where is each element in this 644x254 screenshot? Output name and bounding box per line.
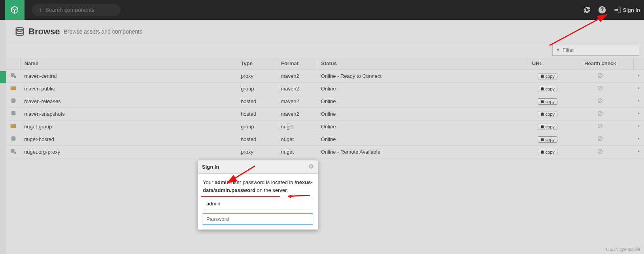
signin-button[interactable]: Sign in <box>614 6 640 14</box>
svg-point-19 <box>11 149 14 150</box>
repo-status-cell: Online <box>317 95 528 108</box>
clipboard-icon <box>540 100 544 103</box>
logo[interactable] <box>5 0 25 20</box>
repo-url-cell: copy <box>528 108 567 120</box>
chevron-right-icon <box>637 98 640 103</box>
repo-format-cell: maven2 <box>277 108 317 120</box>
repo-type-icon <box>10 85 17 91</box>
modal-close-button[interactable] <box>308 164 314 170</box>
repo-type-cell: proxy <box>237 146 277 158</box>
copy-url-button[interactable]: copy <box>538 73 557 79</box>
help-icon[interactable] <box>598 6 606 14</box>
signin-icon <box>614 6 621 14</box>
health-disabled-icon <box>597 150 603 156</box>
svg-point-0 <box>11 73 14 74</box>
row-expand-cell[interactable] <box>633 108 644 120</box>
table-row[interactable]: maven-centralproxymaven2Online - Ready t… <box>6 70 644 83</box>
col-format-header[interactable]: Format <box>277 57 317 70</box>
username-field[interactable] <box>203 198 313 209</box>
side-accent <box>0 20 6 254</box>
row-expand-cell[interactable] <box>633 95 644 108</box>
col-status-header[interactable]: Status <box>317 57 528 70</box>
repo-format-cell: nuget <box>277 120 317 133</box>
svg-point-16 <box>11 136 16 138</box>
svg-line-9 <box>599 99 602 102</box>
repo-url-cell: copy <box>528 133 567 146</box>
clipboard-icon <box>540 87 544 91</box>
filter-box[interactable] <box>552 45 639 56</box>
chevron-right-icon <box>637 73 640 78</box>
copy-url-button[interactable]: copy <box>538 111 557 117</box>
clipboard-icon <box>540 125 544 129</box>
repo-url-cell: copy <box>528 83 567 95</box>
row-expand-cell[interactable] <box>633 146 644 158</box>
close-icon <box>308 164 314 169</box>
chevron-right-icon <box>637 86 640 90</box>
password-field[interactable] <box>203 213 313 225</box>
repo-name-cell: maven-snapshots <box>20 108 237 120</box>
page-subtitle: Browse assets and components <box>64 28 142 35</box>
col-health-header[interactable]: Health check <box>567 57 634 70</box>
svg-line-3 <box>599 74 602 77</box>
repo-health-cell <box>567 146 634 158</box>
refresh-icon[interactable] <box>583 6 591 14</box>
repo-url-cell: copy <box>528 95 567 108</box>
repo-name-cell: nuget-hosted <box>20 133 237 146</box>
copy-url-button[interactable]: copy <box>538 86 557 92</box>
repo-health-cell <box>567 83 634 95</box>
filter-input[interactable] <box>563 47 636 53</box>
copy-url-button[interactable]: copy <box>538 124 557 130</box>
table-row[interactable]: maven-snapshotshostedmaven2Onlinecopy <box>6 108 644 120</box>
col-expand-header <box>633 57 644 70</box>
search-input[interactable] <box>45 7 115 13</box>
col-url-header[interactable]: URL <box>528 57 567 70</box>
repo-name-cell: maven-releases <box>20 95 237 108</box>
copy-url-button[interactable]: copy <box>538 136 557 143</box>
row-expand-cell[interactable] <box>633 120 644 133</box>
repo-health-cell <box>567 70 634 83</box>
repo-url-cell: copy <box>528 146 567 158</box>
signin-modal: Sign In Your admin user password is loca… <box>198 160 318 230</box>
table-row[interactable]: nuget-hostedhostednugetOnlinecopy <box>6 133 644 146</box>
copy-url-button[interactable]: copy <box>538 98 557 105</box>
repo-type-icon <box>10 135 17 142</box>
repo-format-cell: nuget <box>277 133 317 146</box>
repo-health-cell <box>567 120 634 133</box>
repo-type-icon <box>10 72 17 79</box>
repo-health-cell <box>567 108 634 120</box>
repo-type-cell: hosted <box>237 133 277 146</box>
search-icon <box>37 7 42 13</box>
repo-type-icon <box>10 110 17 117</box>
table-row[interactable]: maven-publicgroupmaven2Onlinecopy <box>6 83 644 95</box>
table-row[interactable]: nuget-groupgroupnugetOnlinecopy <box>6 120 644 133</box>
repo-health-cell <box>567 95 634 108</box>
svg-point-7 <box>11 98 16 100</box>
health-disabled-icon <box>597 124 603 130</box>
repo-icon-cell <box>6 95 20 108</box>
repo-status-cell: Online <box>317 108 528 120</box>
search-box[interactable] <box>32 4 121 16</box>
cube-icon <box>10 5 19 15</box>
copy-url-button[interactable]: copy <box>538 149 557 155</box>
repo-status-cell: Online - Remote Available <box>317 146 528 158</box>
table-row[interactable]: nuget.org-proxyproxynugetOnline - Remote… <box>6 146 644 158</box>
table-row[interactable]: maven-releaseshostedmaven2Onlinecopy <box>6 95 644 108</box>
col-type-header[interactable]: Type <box>237 57 277 70</box>
repo-status-cell: Online <box>317 133 528 146</box>
repo-status-cell: Online - Ready to Connect <box>317 70 528 83</box>
repos-table: Name↑ Type Format Status URL Health chec… <box>6 57 644 158</box>
clipboard-icon <box>540 112 544 116</box>
sort-asc-icon: ↑ <box>39 62 41 66</box>
repo-icon-cell <box>6 83 20 95</box>
row-expand-cell[interactable] <box>633 70 644 83</box>
chevron-right-icon <box>637 149 640 154</box>
col-icon-header[interactable] <box>6 57 20 70</box>
health-disabled-icon <box>597 137 603 143</box>
repo-type-cell: group <box>237 120 277 133</box>
col-name-header[interactable]: Name↑ <box>20 57 237 70</box>
row-expand-cell[interactable] <box>633 133 644 146</box>
row-expand-cell[interactable] <box>633 83 644 95</box>
svg-rect-4 <box>11 87 16 87</box>
repo-type-icon <box>10 148 17 154</box>
repo-type-cell: hosted <box>237 95 277 108</box>
